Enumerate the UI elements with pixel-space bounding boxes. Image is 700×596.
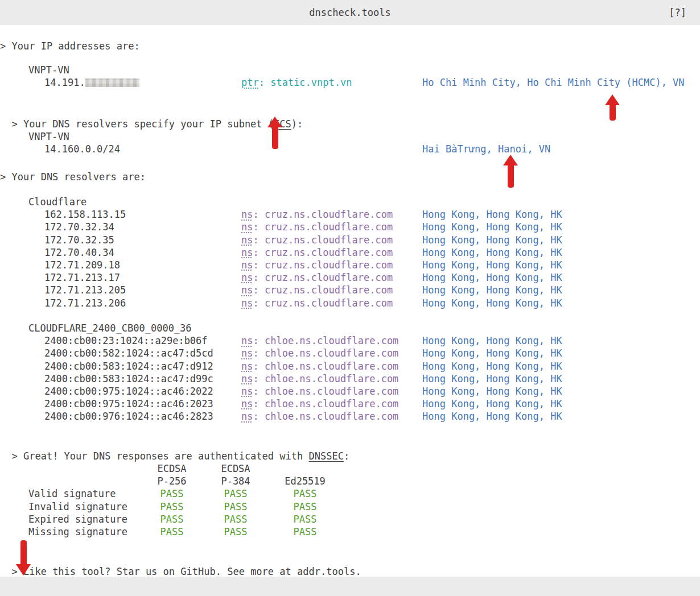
- ns-value: : cruz.ns.cloudflare.com: [253, 272, 393, 283]
- resolver-group-name: Cloudflare: [28, 196, 87, 208]
- dnssec-test-row: Invalid signaturePASSPASSPASS: [0, 500, 700, 513]
- status-bar: 72ms EDNS DNSSEC IPv6 dns: 83: [0, 577, 700, 596]
- resolver-ip: 2400:cb00:23:1024::a29e:b06f: [44, 334, 208, 347]
- resolver-row: 172.70.40.34ns: cruz.ns.cloudflare.comHo…: [0, 246, 700, 259]
- ns-abbr: ns: [241, 361, 253, 372]
- ns-value: : cruz.ns.cloudflare.com: [253, 209, 393, 220]
- ns-record: ns: cruz.ns.cloudflare.com: [241, 259, 393, 271]
- resolver-location: Hong Kong, Hong Kong, HK: [422, 221, 562, 233]
- addr-tools-link[interactable]: addr.tools: [297, 566, 355, 577]
- network-name: VNPT-VN: [28, 130, 69, 143]
- hanoi-location-arrow-up-icon: [503, 155, 518, 188]
- resolver-location: Hong Kong, Hong Kong, HK: [422, 234, 562, 246]
- resolver-location: Hong Kong, Hong Kong, HK: [422, 246, 562, 259]
- dnssec-test-result: PASS: [206, 513, 265, 525]
- resolver-location: Hong Kong, Hong Kong, HK: [422, 259, 562, 271]
- ns-value: : cruz.ns.cloudflare.com: [253, 247, 393, 258]
- ns-abbr: ns: [241, 398, 253, 409]
- ns-abbr: ns: [241, 284, 253, 296]
- dnssec-test-label: Missing signature: [28, 525, 127, 538]
- dnssec-header-row: P-256P-384Ed25519: [0, 475, 700, 487]
- ns-abbr: ns: [241, 297, 253, 309]
- latency-arrow-down-icon: [16, 540, 31, 576]
- ns-record: ns: cruz.ns.cloudflare.com: [241, 284, 393, 296]
- ns-value: : chloe.ns.cloudflare.com: [253, 361, 398, 372]
- resolver-row: 2400:cb00:583:1024::ac47:d912ns: chloe.n…: [0, 360, 700, 372]
- ecs-row: 14.160.0.0/24 Hai BàTrưng, Hanoi, VN: [0, 143, 700, 155]
- dnssec-col-header: P-384: [206, 475, 265, 487]
- ns-record: ns: chloe.ns.cloudflare.com: [241, 372, 398, 385]
- dnssec-col-header: Ed25519: [273, 475, 337, 487]
- ns-record: ns: cruz.ns.cloudflare.com: [241, 246, 393, 259]
- dnssec-test-label: Valid signature: [28, 487, 116, 500]
- ns-abbr: ns: [241, 247, 253, 258]
- resolver-row: 2400:cb00:583:1024::ac47:d99cns: chloe.n…: [0, 372, 700, 385]
- subnet: 14.160.0.0/24: [44, 143, 120, 155]
- dnssec-prompt-before: > Great! Your DNS responses are authenti…: [11, 450, 308, 462]
- resolver-ip: 172.71.213.205: [44, 284, 126, 296]
- ns-record: ns: cruz.ns.cloudflare.com: [241, 221, 393, 233]
- dnssec-test-label: Invalid signature: [28, 500, 127, 513]
- resolver-row: 2400:cb00:975:1024::ac46:2023ns: chloe.n…: [0, 398, 700, 410]
- resolver-row: 172.71.213.205ns: cruz.ns.cloudflare.com…: [0, 284, 700, 296]
- ecs-prompt-after: ):: [291, 118, 303, 130]
- ns-value: : chloe.ns.cloudflare.com: [253, 411, 398, 422]
- dnssec-prompt-after: :: [344, 450, 349, 462]
- resolver-ip: 172.70.32.35: [44, 234, 114, 246]
- resolver-row: 162.158.113.15ns: cruz.ns.cloudflare.com…: [0, 208, 700, 221]
- ns-value: : chloe.ns.cloudflare.com: [253, 347, 398, 359]
- dnssec-link[interactable]: DNSSEC: [308, 450, 343, 462]
- dnssec-header-row: ECDSAECDSA: [0, 462, 700, 475]
- dnssec-test-row: Valid signaturePASSPASSPASS: [0, 487, 700, 500]
- ip-section-prompt: > Your IP addresses are:: [0, 40, 700, 52]
- resolver-group-cloudflare-v6: CLOUDFLARE_2400_CB00_0000_362400:cb00:23…: [0, 322, 700, 423]
- resolver-location: Hong Kong, Hong Kong, HK: [422, 347, 562, 359]
- ns-value: : cruz.ns.cloudflare.com: [253, 297, 393, 309]
- ns-abbr: ns: [241, 347, 253, 359]
- ecs-prompt-before: > Your DNS resolvers specify your IP sub…: [11, 118, 274, 130]
- hcmc-location-arrow-up-icon: [605, 94, 620, 121]
- ns-value: : cruz.ns.cloudflare.com: [253, 221, 393, 233]
- resolver-ip: 172.71.209.18: [44, 259, 120, 271]
- dnssec-col-header: ECDSA: [142, 462, 201, 475]
- dnssec-col-header: P-256: [142, 475, 201, 487]
- ns-value: : chloe.ns.cloudflare.com: [253, 386, 398, 397]
- ns-record: ns: chloe.ns.cloudflare.com: [241, 410, 398, 423]
- resolver-location: Hong Kong, Hong Kong, HK: [422, 385, 562, 398]
- dnssec-test-result: PASS: [142, 513, 201, 525]
- network-name: VNPT-VN: [28, 64, 69, 76]
- ns-record: ns: chloe.ns.cloudflare.com: [241, 347, 398, 359]
- ns-record: ns: cruz.ns.cloudflare.com: [241, 271, 393, 284]
- site-title: dnscheck.tools: [309, 7, 390, 18]
- ns-value: : cruz.ns.cloudflare.com: [253, 234, 393, 246]
- dnssec-test-result: PASS: [273, 513, 337, 525]
- dnssec-test-result: PASS: [273, 500, 337, 513]
- dnssec-test-result: PASS: [142, 487, 201, 500]
- resolver-ip: 2400:cb00:582:1024::ac47:d5cd: [44, 347, 213, 359]
- dnssec-test-result: PASS: [273, 487, 337, 500]
- header-bar: dnscheck.tools [?]: [0, 0, 700, 25]
- ip-location: Ho Chi Minh City, Ho Chi Minh City (HCMC…: [422, 76, 685, 89]
- resolver-ip: 172.71.213.206: [44, 297, 126, 309]
- redacted-ip-octets: [85, 78, 139, 87]
- resolver-group-name: CLOUDFLARE_2400_CB00_0000_36: [28, 322, 192, 334]
- footer-text-3: .: [355, 566, 361, 577]
- ns-record: ns: chloe.ns.cloudflare.com: [241, 398, 398, 410]
- resolver-location: Hong Kong, Hong Kong, HK: [422, 284, 562, 296]
- ptr-abbr: ptr: [241, 77, 259, 88]
- footer-line: > Like this tool? Star us on GitHub. See…: [0, 553, 700, 565]
- resolver-row: 2400:cb00:975:1024::ac46:2022ns: chloe.n…: [0, 385, 700, 398]
- dnssec-col-header: ECDSA: [206, 462, 265, 475]
- ns-abbr: ns: [241, 221, 253, 233]
- dnssec-test-row: Expired signaturePASSPASSPASS: [0, 513, 700, 525]
- ptr-record: ptr: static.vnpt.vn: [241, 76, 352, 89]
- ns-value: : chloe.ns.cloudflare.com: [253, 373, 398, 384]
- resolver-ip: 2400:cb00:583:1024::ac47:d912: [44, 360, 213, 372]
- resolvers-section-prompt: > Your DNS resolvers are:: [0, 171, 700, 183]
- ns-abbr: ns: [241, 209, 253, 220]
- github-link[interactable]: GitHub: [180, 566, 215, 577]
- help-link[interactable]: [?]: [669, 0, 686, 25]
- ecs-arrow-up-icon: [267, 117, 282, 149]
- resolver-row: 2400:cb00:582:1024::ac47:d5cdns: chloe.n…: [0, 347, 700, 359]
- dnssec-test-row: Missing signaturePASSPASSPASS: [0, 525, 700, 538]
